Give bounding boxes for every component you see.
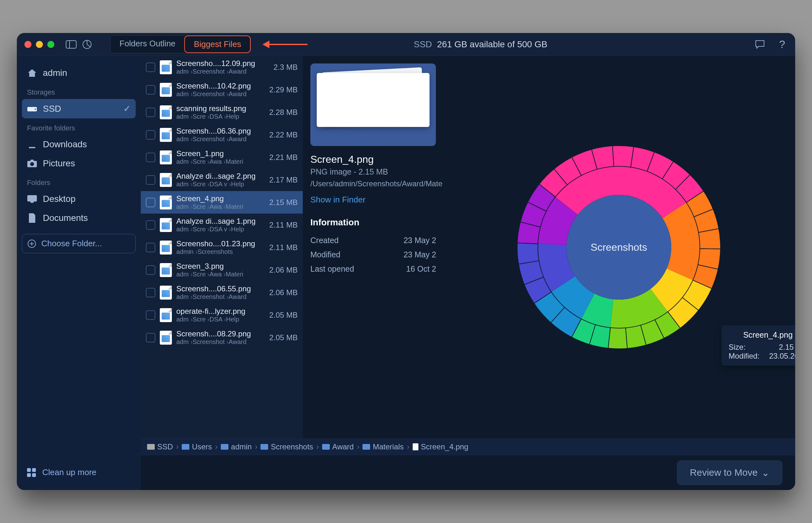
review-to-move-button[interactable]: Review to Move ⌄	[677, 461, 782, 485]
file-type-icon	[160, 105, 172, 119]
file-row[interactable]: Screensho....12.09.png admScreenshotAwar…	[141, 56, 303, 78]
file-type-icon	[160, 173, 172, 187]
sidebar-toggle-icon[interactable]	[66, 40, 76, 49]
file-checkbox[interactable]	[146, 288, 155, 297]
sidebar-item-downloads[interactable]: Downloads	[22, 135, 136, 154]
svg-rect-16	[32, 473, 36, 477]
file-checkbox[interactable]	[146, 152, 155, 162]
file-row[interactable]: Screen_4.png admScreAwaMateri 2.15 MB	[141, 191, 303, 214]
feedback-icon[interactable]	[755, 40, 765, 49]
cleanup-more-button[interactable]: Clean up more	[22, 463, 136, 482]
file-checkbox[interactable]	[146, 62, 155, 72]
file-type-icon	[160, 60, 172, 74]
help-icon[interactable]: ?	[777, 40, 788, 49]
file-name: operate-fi...lyzer.png	[176, 307, 258, 316]
breadcrumb-item[interactable]: admin	[221, 443, 252, 451]
svg-rect-7	[31, 160, 34, 162]
info-section-title: Information	[310, 217, 436, 228]
choose-folder-button[interactable]: Choose Folder...	[22, 234, 136, 253]
close-window-button[interactable]	[24, 41, 32, 48]
breadcrumb-item[interactable]: Users	[182, 443, 212, 451]
file-checkbox[interactable]	[146, 310, 155, 320]
folder-icon	[413, 443, 418, 450]
desktop-icon	[27, 195, 37, 203]
sidebar: admin Storages SSD ✓ Favorite folders Do…	[17, 56, 141, 490]
file-size: 2.06 MB	[263, 266, 298, 274]
sidebar-item-ssd[interactable]: SSD ✓	[22, 99, 136, 119]
sidebar-item-home[interactable]: admin	[22, 64, 136, 83]
file-row[interactable]: Screensh....06.36.png admScreenshotAward…	[141, 124, 303, 146]
file-row[interactable]: scanning results.png admScreDSAHelp 2.28…	[141, 101, 303, 124]
file-path: admScreenshotAward	[176, 293, 258, 301]
file-name: Screen_3.png	[176, 262, 258, 271]
svg-rect-0	[66, 41, 76, 48]
file-preview	[310, 64, 436, 146]
footer: Review to Move ⌄	[141, 455, 795, 490]
file-list[interactable]: Screensho....12.09.png admScreenshotAwar…	[141, 56, 303, 438]
section-favorites-label: Favorite folders	[22, 119, 136, 135]
file-type-icon	[160, 218, 172, 232]
tab-folders-outline[interactable]: Folders Outline	[110, 36, 184, 53]
file-row[interactable]: Screensh....08.29.png admScreenshotAward…	[141, 326, 303, 349]
tab-biggest-files[interactable]: Biggest Files	[184, 36, 250, 53]
detail-subtitle: PNG image - 2.15 MB	[310, 167, 436, 177]
file-checkbox[interactable]	[146, 265, 155, 275]
section-storages-label: Storages	[22, 83, 136, 99]
file-checkbox[interactable]	[146, 175, 155, 185]
sidebar-item-pictures[interactable]: Pictures	[22, 154, 136, 173]
folder-icon	[322, 444, 330, 450]
file-path: admScreDSAHelp	[176, 316, 258, 323]
tooltip-title: Screen_4.png	[728, 330, 795, 340]
file-size: 2.21 MB	[263, 153, 298, 162]
breadcrumb-item[interactable]: Award	[322, 443, 354, 451]
file-path: admScreenshotAward	[176, 338, 258, 346]
choose-folder-label: Choose Folder...	[41, 239, 102, 249]
svg-point-4	[35, 109, 36, 110]
file-path: admScreenshotAward	[176, 90, 258, 98]
file-size: 2.06 MB	[263, 288, 298, 297]
sunburst-chart[interactable]: Screenshots Screen_4.png Size:2.15 MB Mo…	[443, 56, 795, 438]
minimize-window-button[interactable]	[36, 41, 43, 48]
file-row[interactable]: Screensho....01.23.png adminScreenshots …	[141, 236, 303, 259]
file-checkbox[interactable]	[146, 220, 155, 230]
file-checkbox[interactable]	[146, 85, 155, 94]
file-row[interactable]: operate-fi...lyzer.png admScreDSAHelp 2.…	[141, 304, 303, 326]
drive-icon	[27, 104, 37, 113]
file-row[interactable]: Screensh....06.55.png admScreenshotAward…	[141, 281, 303, 304]
file-row[interactable]: Screensh....10.42.png admScreenshotAward…	[141, 78, 303, 101]
file-type-icon	[160, 331, 172, 345]
file-size: 2.17 MB	[263, 176, 298, 184]
folder-icon	[362, 444, 370, 450]
show-in-finder-link[interactable]: Show in Finder	[310, 195, 436, 205]
file-checkbox[interactable]	[146, 333, 155, 342]
file-type-icon	[160, 83, 172, 97]
breadcrumb-item[interactable]: Materials	[362, 443, 403, 451]
breadcrumb-item[interactable]: Screenshots	[260, 443, 313, 451]
zoom-window-button[interactable]	[47, 41, 54, 48]
sidebar-item-desktop[interactable]: Desktop	[22, 190, 136, 209]
cleanup-label: Clean up more	[42, 467, 97, 477]
file-row[interactable]: Screen_1.png admScreAwaMateri 2.21 MB	[141, 146, 303, 168]
breadcrumb: SSD›Users›admin›Screenshots›Award›Materi…	[141, 438, 795, 455]
file-checkbox[interactable]	[146, 108, 155, 117]
file-checkbox[interactable]	[146, 243, 155, 252]
sidebar-downloads-label: Downloads	[43, 139, 87, 149]
breadcrumb-item[interactable]: SSD	[147, 443, 173, 451]
file-checkbox[interactable]	[146, 130, 155, 140]
file-row[interactable]: Screen_3.png admScreAwaMateri 2.06 MB	[141, 259, 303, 281]
file-name: scanning results.png	[176, 104, 258, 113]
file-type-icon	[160, 286, 172, 300]
svg-rect-9	[31, 201, 34, 203]
file-size: 2.29 MB	[263, 85, 298, 94]
breadcrumb-item[interactable]: Screen_4.png	[413, 443, 468, 451]
file-checkbox[interactable]	[146, 198, 155, 207]
file-row[interactable]: Analyze di...sage 1.png admScreDSA vHelp…	[141, 214, 303, 236]
sidebar-home-label: admin	[43, 68, 67, 78]
file-type-icon	[160, 263, 172, 277]
chart-view-icon[interactable]	[82, 40, 92, 49]
file-path: admScreAwaMateri	[176, 158, 258, 165]
titlebar: Folders Outline Biggest Files SSD 261 GB…	[17, 33, 795, 56]
file-row[interactable]: Analyze di...sage 2.png admScreDSA vHelp…	[141, 168, 303, 191]
sidebar-item-documents[interactable]: Documents	[22, 209, 136, 228]
folder-icon	[221, 444, 228, 450]
